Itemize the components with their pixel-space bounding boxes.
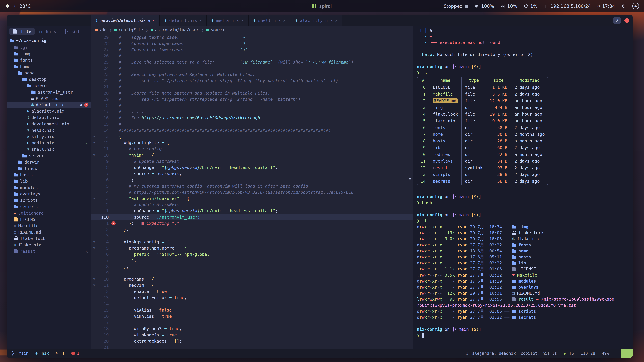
recording-status[interactable]: Stopped ■ [444,3,468,9]
tree-item[interactable]: ❄alacritty.nix [7,108,90,114]
editor-line[interactable]: 28# Convert to uppercase: `U` [91,40,413,46]
editor-line[interactable]: 6 prefix = ''${HOME}/.npm-global [91,251,413,257]
now-playing-widget[interactable]: spiral [312,3,332,9]
close-icon[interactable]: ✕ [200,18,202,23]
tree-item[interactable]: ▤README.md [7,95,90,102]
tree-item[interactable]: .git [7,44,90,51]
editor-line[interactable]: 8 }; [91,264,413,270]
fold-marker-icon[interactable]: ∨ [91,140,97,146]
tree-item[interactable]: ❄default.nix●✕ [7,102,90,108]
tree-item[interactable]: flake.lock [7,235,90,242]
editor-line[interactable]: 1 onChange = "${pkgs.neovim}/bin/nvim --… [91,208,413,214]
editor-line[interactable]: 16# See https://astronvim.com/Basic%20Us… [91,115,413,121]
tree-root[interactable]: ~/nix-config [7,36,90,44]
editor-line[interactable]: 110 source = ./astronvim_user; [91,214,413,220]
editor-line[interactable]: 19# sed -ri "s/pattern_str/replace_str/g… [91,96,413,102]
sidebar-tab-git[interactable]: Git [61,28,83,35]
disk-widget[interactable]: 10% [500,3,517,9]
tree-item[interactable]: ◆.gitignore [7,210,90,216]
pause-icon[interactable] [312,4,316,8]
buffer-tab[interactable]: ❄default.nix✕ [160,15,206,26]
editor-line[interactable]: ∨10 "nvim" = { [91,152,413,158]
tree-item[interactable]: linux [7,165,90,172]
editor-line[interactable]: 18# [91,102,413,109]
editor-line[interactable]: 20 extraPackages = []; [91,338,413,344]
buffer-tab[interactable]: ❄shell.nix✕ [248,15,290,26]
editor-line[interactable]: 29# Toggle text's case: `~` [91,34,413,40]
fold-marker-icon[interactable]: ∨ [91,195,97,202]
editor-line[interactable]: ∨4 nixpkgs.config = { [91,239,413,245]
editor-line[interactable]: 25# Save the selected text to a file: `:… [91,59,413,65]
editor-line[interactable]: 5 # my cusotom astronvim config, astronv… [91,183,413,189]
editor-line[interactable]: 8 onChange = "${pkgs.neovim}/bin/nvim --… [91,164,413,171]
tree-item[interactable]: home [7,63,90,70]
tree-item[interactable]: fonts [7,57,90,63]
editor-line[interactable]: 3 [91,233,413,239]
close-button[interactable] [624,18,629,23]
tree-item[interactable]: desktop [7,76,90,82]
close-icon[interactable]: ✕ [241,18,244,23]
editor-line[interactable]: 26# [91,53,413,59]
tree-item[interactable]: ❄flake.nix [7,242,90,248]
editor-line[interactable]: 12 enable = true; [91,289,413,295]
editor-line[interactable]: 14 [91,301,413,307]
tree-item[interactable]: LICENSE [7,216,90,223]
editor-line[interactable]: 1✕ }; ■ Expecting ";" [91,220,413,226]
tree-item[interactable]: ❄kitty.nix [7,133,90,140]
sidebar-tab-bufs[interactable]: ❐Bufs [36,28,59,35]
editor-line[interactable]: 7 source = astronvim; [91,171,413,177]
tree-item[interactable]: scripts [7,197,90,203]
fold-marker-icon[interactable]: ∨ [91,152,97,158]
clock-widget[interactable]: ↻ 17:34 [597,3,615,9]
close-icon[interactable]: ✕ [283,18,285,23]
editor-line[interactable]: 16 vimAlias = true; [91,313,413,320]
cpu-widget[interactable]: 1% [523,3,538,9]
keyboard-layout-badge[interactable]: A [632,3,639,9]
fold-marker-icon[interactable]: ∨ [91,276,97,282]
tree-item[interactable]: overlays [7,191,90,197]
buffer-tab[interactable]: ❄neovim/default.nix●✕ [91,15,160,26]
editor-line[interactable]: 14######################################… [91,127,413,133]
power-button[interactable] [621,3,626,8]
fold-marker-icon[interactable]: ∨ [91,239,97,245]
temperature-widget[interactable]: ☾ 28°C [14,3,31,9]
editor-line[interactable]: ∨13{ [91,133,413,140]
editor-line[interactable]: 15# [91,121,413,127]
editor-line[interactable]: 6 }; [91,177,413,183]
editor-line[interactable]: 27# Convert to lowercase: `u` [91,46,413,53]
editor-line[interactable]: ∨10 programs = { [91,276,413,282]
nixos-logo-icon[interactable]: ❄ [5,3,10,9]
tree-item[interactable]: result○ [7,248,90,254]
tree-item[interactable]: darwin [7,159,90,165]
editor-line[interactable]: ∨11 neovim = { [91,282,413,289]
editor-line[interactable]: 9 # update AstroNvim [91,158,413,164]
editor-line[interactable]: 17# ...... [91,109,413,115]
tree-item[interactable]: ❄default.nix [7,114,90,121]
editor-line[interactable]: 20# Search file name pattern and Replace… [91,90,413,96]
tree-item[interactable]: ❄media.nix⚠ [7,140,90,146]
tree-item[interactable]: base [7,70,90,76]
tree-item[interactable]: ❄shell.nix [7,146,90,152]
tree-item[interactable]: server [7,152,90,159]
editor-line[interactable]: 18 withPython3 = true; [91,326,413,332]
tree-item[interactable]: _img [7,51,90,57]
code-buffer[interactable]: 29# Toggle text's case: `~`28# Convert t… [91,34,413,349]
editor-line[interactable]: 11 # base config [91,146,413,152]
editor-line[interactable]: 21 [91,344,413,349]
volume-widget[interactable]: 100% [474,3,494,9]
editor-line[interactable]: ∨3 "astronvim/lua/user" = { [91,195,413,202]
buffer-tab[interactable]: ❄media.nix✕ [206,15,248,26]
editor-line[interactable]: 2 # update AstroNvim [91,202,413,208]
editor-line[interactable]: 19 withNodeJs = true; [91,332,413,338]
editor-line[interactable]: 9 [91,270,413,276]
tree-item[interactable]: modules [7,184,90,191]
tabpage-1[interactable]: 1 [605,17,612,24]
editor-line[interactable]: 7 ''; [91,257,413,264]
fold-marker-icon[interactable]: ∨ [91,133,97,140]
editor-line[interactable]: 24# [91,65,413,71]
tree-item[interactable]: astronvim_user [7,89,90,95]
sidebar-tab-file[interactable]: File [10,28,34,35]
fold-marker-icon[interactable]: ∨ [91,282,97,289]
network-widget[interactable]: 192.168.5.100/24 [544,3,591,9]
editor-line[interactable]: 13 defaultEditor = true; [91,295,413,301]
